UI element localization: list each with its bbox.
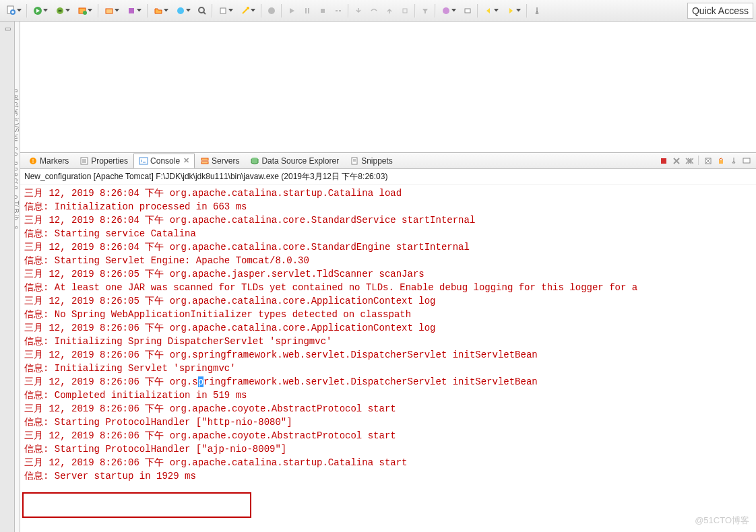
svg-rect-16: [403, 9, 407, 13]
editor-area[interactable]: [20, 22, 756, 153]
drop-frame-icon[interactable]: [398, 3, 412, 18]
skip-breakpoints-icon[interactable]: [264, 3, 279, 18]
use-step-filters-icon[interactable]: [418, 3, 433, 18]
console-line: 三月 12, 2019 8:26:04 下午 org.apache.catali…: [24, 240, 752, 254]
console-header: New_configuration [Apache Tomcat] F:\JDK…: [20, 169, 756, 185]
snippets-icon: [350, 156, 359, 166]
tab-label: Properties: [91, 156, 128, 166]
run-button[interactable]: [30, 3, 51, 18]
svg-rect-6: [106, 9, 113, 13]
properties-icon: [80, 156, 89, 166]
console-output[interactable]: 三月 12, 2019 8:26:04 下午 org.apache.catali…: [20, 185, 756, 532]
run-server-button[interactable]: [74, 3, 96, 18]
console-line: 信息: Starting Servlet Engine: Apache Tomc…: [24, 254, 752, 267]
close-icon[interactable]: ✕: [183, 156, 189, 165]
disconnect-icon[interactable]: [331, 3, 346, 18]
markers-icon: !: [28, 156, 38, 166]
tab-properties[interactable]: Properties: [74, 154, 133, 168]
open-task-button[interactable]: [438, 3, 460, 18]
tab-servers[interactable]: Servers: [195, 154, 245, 168]
console-line: 信息: At least one JAR was scanned for TLD…: [24, 281, 752, 294]
suspend-icon[interactable]: [300, 3, 315, 18]
content-area: !Markers Properties Console✕ Servers Dat…: [20, 22, 756, 532]
remove-all-button[interactable]: [684, 156, 695, 166]
left-trim-labels: g at ct vc ir VS yu . c o . p p a cr g .…: [15, 22, 20, 532]
step-into-icon[interactable]: [351, 3, 366, 18]
svg-rect-22: [139, 158, 148, 164]
pin-icon[interactable]: [530, 3, 544, 18]
console-line: 信息: Server startup in 1929 ms: [24, 469, 752, 483]
svg-rect-23: [201, 158, 208, 160]
svg-rect-24: [201, 162, 208, 164]
svg-rect-7: [129, 8, 134, 13]
step-return-icon[interactable]: [382, 3, 397, 18]
svg-point-8: [177, 7, 184, 14]
tab-markers[interactable]: !Markers: [23, 154, 74, 168]
console-line: 三月 12, 2019 8:26:06 下午 org.apache.catali…: [24, 456, 752, 469]
search-button[interactable]: [195, 3, 210, 18]
console-line: 三月 12, 2019 8:26:06 下午 org.springframewo…: [24, 348, 752, 362]
main-toolbar: Quick Access: [0, 0, 756, 22]
console-line: 信息: Starting ProtocolHandler ["http-nio-…: [24, 415, 752, 429]
folder-button[interactable]: [150, 3, 172, 18]
display-button[interactable]: [741, 156, 752, 166]
toggle-button[interactable]: [215, 3, 237, 18]
console-line: 三月 12, 2019 8:26:05 下午 org.apache.catali…: [24, 294, 752, 308]
tab-label: Snippets: [361, 156, 393, 166]
new-button[interactable]: [3, 3, 24, 18]
data-source-icon: [250, 156, 259, 166]
outline-icon[interactable]: ▭: [1, 22, 14, 34]
svg-rect-13: [305, 8, 307, 13]
tab-console[interactable]: Console✕: [133, 154, 195, 168]
svg-point-9: [199, 7, 204, 13]
tab-data-source[interactable]: Data Source Explorer: [245, 154, 344, 168]
tab-label: Servers: [212, 156, 239, 166]
svg-rect-27: [661, 158, 666, 164]
svg-point-17: [443, 7, 449, 14]
link-editor-icon[interactable]: [460, 3, 475, 18]
console-line: 信息: Starting ProtocolHandler ["ajp-nio-8…: [24, 442, 752, 456]
debug-button[interactable]: [52, 3, 73, 18]
quick-access-box[interactable]: Quick Access: [687, 3, 753, 19]
scroll-lock-button[interactable]: [716, 156, 726, 166]
text-selection: p: [198, 376, 203, 387]
console-toolbar: [658, 156, 753, 166]
pin-console-button[interactable]: [728, 156, 739, 166]
package-button[interactable]: [123, 3, 145, 18]
highlight-annotation: [22, 492, 251, 518]
open-type-button[interactable]: [172, 3, 194, 18]
clear-console-button[interactable]: [703, 156, 714, 166]
terminate-icon[interactable]: [315, 3, 330, 18]
console-line: 信息: Starting service Catalina: [24, 227, 752, 240]
console-line: 信息: Initializing Servlet 'springmvc': [24, 362, 752, 375]
views-tabs-bar: !Markers Properties Console✕ Servers Dat…: [20, 153, 756, 169]
console-line: 信息: No Spring WebApplicationInitializer …: [24, 308, 752, 321]
svg-point-5: [83, 11, 87, 15]
wizard-button[interactable]: [237, 3, 259, 18]
step-over-icon[interactable]: [367, 3, 381, 18]
console-line: 信息: Initialization processed in 663 ms: [24, 200, 752, 213]
svg-point-12: [268, 7, 275, 14]
resume-icon[interactable]: [284, 3, 299, 18]
console-line: 三月 12, 2019 8:26:06 下午 org.apache.coyote…: [24, 429, 752, 442]
svg-rect-10: [220, 8, 226, 13]
new-server-button[interactable]: [101, 3, 123, 18]
tab-snippets[interactable]: Snippets: [344, 154, 398, 168]
console-line: 信息: Completed initialization in 519 ms: [24, 389, 752, 402]
console-line: 信息: Initializing Spring DispatcherServle…: [24, 335, 752, 348]
console-line: 三月 12, 2019 8:26:06 下午 org.apache.catali…: [24, 321, 752, 335]
svg-rect-15: [321, 9, 325, 13]
console-line-with-selection: 三月 12, 2019 8:26:06 下午 org.springframewo…: [24, 375, 752, 389]
console-icon: [139, 156, 148, 166]
tab-label: Console: [150, 156, 180, 166]
remove-launch-button[interactable]: [671, 156, 682, 166]
console-line: 三月 12, 2019 8:26:04 下午 org.apache.catali…: [24, 213, 752, 227]
back-button[interactable]: [480, 3, 502, 18]
console-line: 三月 12, 2019 8:26:04 下午 org.apache.catali…: [24, 187, 752, 200]
forward-button[interactable]: [503, 3, 524, 18]
terminate-button[interactable]: [658, 156, 669, 166]
servers-icon: [200, 156, 210, 166]
svg-rect-29: [719, 160, 723, 164]
svg-rect-14: [308, 8, 309, 13]
console-line: 三月 12, 2019 8:26:05 下午 org.apache.jasper…: [24, 267, 752, 281]
